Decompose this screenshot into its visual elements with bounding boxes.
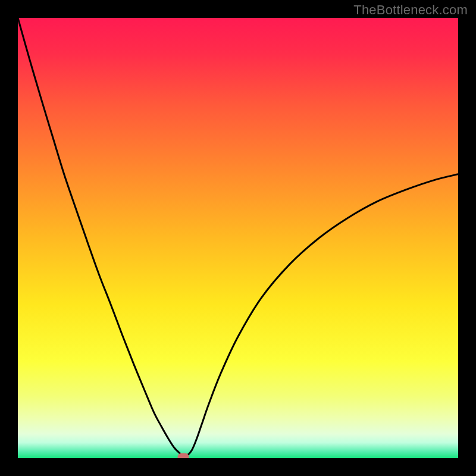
- plot-area: [18, 18, 458, 458]
- optimal-point-marker: [177, 453, 189, 458]
- bottleneck-curve: [18, 18, 458, 458]
- chart-frame: TheBottleneck.com: [0, 0, 476, 476]
- watermark-text: TheBottleneck.com: [353, 2, 468, 18]
